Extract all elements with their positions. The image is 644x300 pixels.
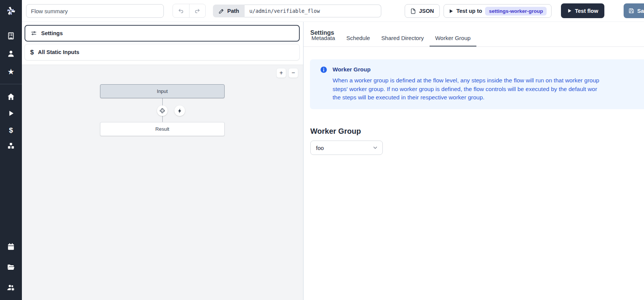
tabs-divider — [304, 46, 644, 47]
worker-group-select-value: foo — [316, 145, 324, 151]
calendar-icon[interactable] — [0, 240, 22, 254]
test-up-to-label: Test up to — [456, 8, 482, 14]
worker-group-info-box: Worker Group When a worker group is defi… — [310, 59, 644, 109]
info-title: Worker Group — [333, 66, 599, 73]
flow-settings-item[interactable]: Settings — [25, 25, 300, 42]
flow-graph-canvas[interactable]: Input Result + − — [22, 65, 303, 300]
settings-panel: Settings Metadata Schedule Shared Direct… — [303, 22, 644, 300]
worker-group-select[interactable]: foo — [310, 141, 383, 155]
chevron-down-icon — [372, 145, 378, 151]
flow-summary-input[interactable] — [26, 4, 164, 18]
path-group: Path u/admin/verifiable_flow — [213, 5, 381, 17]
trigger-button[interactable] — [174, 105, 185, 116]
plus-cross-icon — [159, 108, 165, 114]
save-draft-button[interactable]: Save draft — [624, 3, 644, 18]
flow-settings-label: Settings — [41, 30, 63, 36]
save-draft-label: Save draft — [637, 8, 644, 14]
folder-open-icon[interactable] — [0, 260, 22, 274]
test-flow-label: Test flow — [575, 8, 598, 14]
worker-group-badge: settings-worker-group — [485, 7, 547, 15]
path-value-input[interactable]: u/admin/verifiable_flow — [245, 5, 381, 17]
building-icon[interactable] — [0, 29, 22, 43]
worker-group-section-title: Worker Group — [310, 127, 361, 136]
sliders-icon — [31, 30, 37, 37]
input-node[interactable]: Input — [100, 84, 225, 98]
info-line: the steps will be executed in their resp… — [333, 93, 599, 102]
play-icon — [448, 9, 453, 14]
lightning-bolt-icon — [177, 108, 183, 114]
json-button[interactable]: JSON — [405, 4, 440, 18]
play-icon — [567, 8, 572, 13]
redo-button[interactable] — [190, 4, 206, 17]
info-icon — [320, 66, 327, 109]
dollar-icon[interactable]: $ — [0, 123, 22, 137]
add-step-button[interactable] — [157, 105, 168, 116]
home-icon[interactable] — [0, 90, 22, 104]
user-icon[interactable] — [0, 46, 22, 61]
test-flow-button[interactable]: Test flow — [561, 3, 604, 18]
windmill-logo-icon[interactable] — [0, 0, 22, 22]
star-icon[interactable]: ★ — [0, 64, 22, 79]
pencil-icon — [219, 8, 224, 14]
play-icon[interactable] — [0, 106, 22, 121]
info-line: steps' worker group. If no worker group … — [333, 85, 599, 94]
all-static-inputs-label: All Static Inputs — [38, 49, 79, 55]
user-group-gear-icon[interactable] — [0, 280, 22, 295]
boxes-icon[interactable] — [0, 139, 22, 153]
topbar: Path u/admin/verifiable_flow JSON Test u… — [22, 0, 644, 22]
input-node-label: Input — [157, 88, 168, 94]
tab-shared-directory[interactable]: Shared Directory — [376, 35, 430, 46]
save-icon — [629, 8, 634, 14]
zoom-in-button[interactable]: + — [276, 68, 286, 78]
sidebar-divider — [0, 84, 22, 84]
file-icon — [410, 8, 416, 14]
edit-path-button[interactable]: Path — [213, 5, 245, 17]
sidebar: ★ $ — [0, 0, 22, 300]
result-node-label: Result — [156, 126, 169, 132]
undo-button[interactable] — [173, 4, 190, 17]
app-window: ★ $ — [0, 0, 644, 300]
undo-redo-group — [173, 4, 206, 18]
all-static-inputs-item[interactable]: $ All Static Inputs — [25, 44, 300, 60]
info-content: Worker Group When a worker group is defi… — [333, 65, 599, 109]
info-line: When a worker group is defined at the fl… — [333, 76, 599, 85]
zoom-out-button[interactable]: − — [288, 68, 298, 78]
flow-header: Settings $ All Static Inputs — [22, 22, 303, 65]
tab-worker-group[interactable]: Worker Group — [430, 35, 476, 46]
json-button-label: JSON — [419, 8, 434, 14]
tab-schedule[interactable]: Schedule — [341, 35, 376, 46]
dollar-icon: $ — [30, 49, 34, 56]
tab-metadata[interactable]: Metadata — [306, 35, 341, 46]
settings-tabs: Metadata Schedule Shared Directory Worke… — [306, 35, 476, 46]
result-node[interactable]: Result — [100, 122, 225, 136]
info-text: When a worker group is defined at the fl… — [333, 76, 599, 102]
path-label: Path — [227, 8, 239, 14]
test-up-to-button[interactable]: Test up to settings-worker-group — [444, 4, 552, 18]
